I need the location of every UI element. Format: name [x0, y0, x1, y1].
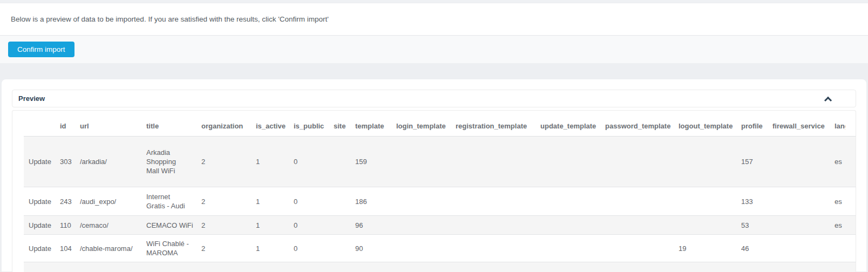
cell-title: Arkadia Shopping Mall WiFi — [146, 137, 201, 187]
content-card: Preview id url title — [2, 79, 866, 271]
cell-id: 243 — [60, 187, 80, 216]
table-header-row: id url title organization is_active is_p… — [24, 114, 856, 137]
column-header-id: id — [60, 114, 80, 137]
cell-profile: 133 — [741, 187, 772, 216]
preview-table-container: id url title organization is_active is_p… — [12, 110, 856, 272]
cell-password-template — [605, 235, 679, 262]
cell-language: es — [835, 187, 856, 216]
column-header-logout-template: logout_template — [679, 114, 741, 137]
cell-url: /audi_expo/ — [80, 187, 146, 216]
cell-logout-template — [679, 137, 741, 187]
cell-is-public: 0 — [294, 216, 334, 235]
cell-id: 110 — [60, 216, 80, 235]
cell-site — [334, 137, 355, 187]
preview-table: id url title organization is_active is_p… — [24, 114, 856, 272]
cell-clipped — [24, 262, 856, 272]
cell-is-public: 0 — [294, 137, 334, 187]
column-header-is-active: is_active — [256, 114, 294, 137]
table-row: Update 303 /arkadia/ Arkadia Shopping Ma… — [24, 137, 856, 187]
cell-template: 159 — [355, 137, 396, 187]
column-header-firewall-service: firewall_service — [772, 114, 835, 137]
cell-organization: 2 — [201, 216, 256, 235]
table-row: Update 104 /chable-maroma/ WiFi Chablé -… — [24, 235, 856, 262]
preview-panel-header[interactable]: Preview — [12, 90, 856, 107]
cell-logout-template: 19 — [679, 235, 741, 262]
cell-password-template — [605, 137, 679, 187]
row-action: Update — [24, 216, 60, 235]
cell-is-public: 0 — [294, 235, 334, 262]
cell-password-template — [605, 187, 679, 216]
cell-profile: 46 — [741, 235, 772, 262]
cell-title: Internet Gratis - Audi — [146, 187, 201, 216]
cell-organization: 2 — [201, 137, 256, 187]
column-header-action — [24, 114, 60, 137]
column-header-url: url — [80, 114, 146, 137]
cell-url: /arkadia/ — [80, 137, 146, 187]
column-header-language: language — [835, 114, 856, 137]
table-row: Update 243 /audi_expo/ Internet Gratis -… — [24, 187, 856, 216]
cell-title: CEMACO WiFi — [146, 216, 201, 235]
toolbar: Confirm import — [0, 36, 868, 63]
cell-is-active: 1 — [256, 216, 294, 235]
table-row-partial — [24, 262, 856, 272]
column-header-registration-template: registration_template — [456, 114, 540, 137]
page-content: Preview id url title — [0, 63, 868, 271]
cell-language: es — [835, 216, 856, 235]
row-action: Update — [24, 187, 60, 216]
column-header-site: site — [334, 114, 355, 137]
cell-profile: 157 — [741, 137, 772, 187]
cell-update-template — [540, 216, 605, 235]
cell-update-template — [540, 137, 605, 187]
cell-firewall-service — [772, 216, 835, 235]
row-action: Update — [24, 235, 60, 262]
cell-template: 186 — [355, 187, 396, 216]
cell-profile: 53 — [741, 216, 772, 235]
cell-login-template — [396, 235, 456, 262]
cell-title: WiFi Chablé - MAROMA — [146, 235, 201, 262]
cell-registration-template — [456, 235, 540, 262]
cell-logout-template — [679, 187, 741, 216]
cell-is-public: 0 — [294, 187, 334, 216]
cell-login-template — [396, 216, 456, 235]
cell-login-template — [396, 137, 456, 187]
cell-site — [334, 235, 355, 262]
cell-login-template — [396, 187, 456, 216]
cell-is-active: 1 — [256, 187, 294, 216]
column-header-template: template — [355, 114, 396, 137]
row-action: Update — [24, 137, 60, 187]
column-header-is-public: is_public — [294, 114, 334, 137]
confirm-import-button[interactable]: Confirm import — [8, 42, 74, 57]
cell-language — [835, 235, 856, 262]
cell-is-active: 1 — [256, 137, 294, 187]
cell-update-template — [540, 235, 605, 262]
cell-registration-template — [456, 187, 540, 216]
cell-firewall-service — [772, 187, 835, 216]
cell-is-active: 1 — [256, 235, 294, 262]
column-header-organization: organization — [201, 114, 256, 137]
cell-site — [334, 216, 355, 235]
cell-id: 303 — [60, 137, 80, 187]
column-header-title: title — [146, 114, 201, 137]
cell-registration-template — [456, 216, 540, 235]
cell-site — [334, 187, 355, 216]
column-header-profile: profile — [741, 114, 772, 137]
chevron-up-icon[interactable] — [825, 98, 831, 103]
column-header-login-template: login_template — [396, 114, 456, 137]
cell-logout-template — [679, 216, 741, 235]
column-header-update-template: update_template — [540, 114, 605, 137]
cell-url: /chable-maroma/ — [80, 235, 146, 262]
table-row: Update 110 /cemaco/ CEMACO WiFi 2 1 0 96 — [24, 216, 856, 235]
cell-registration-template — [456, 137, 540, 187]
import-preview-message: Below is a preview of data to be importe… — [11, 15, 329, 23]
cell-password-template — [605, 216, 679, 235]
cell-id: 104 — [60, 235, 80, 262]
cell-organization: 2 — [201, 235, 256, 262]
cell-url: /cemaco/ — [80, 216, 146, 235]
column-header-password-template: password_template — [605, 114, 679, 137]
cell-template: 96 — [355, 216, 396, 235]
cell-language: es — [835, 137, 856, 187]
cell-template: 90 — [355, 235, 396, 262]
cell-update-template — [540, 187, 605, 216]
cell-firewall-service — [772, 235, 835, 262]
cell-firewall-service — [772, 137, 835, 187]
